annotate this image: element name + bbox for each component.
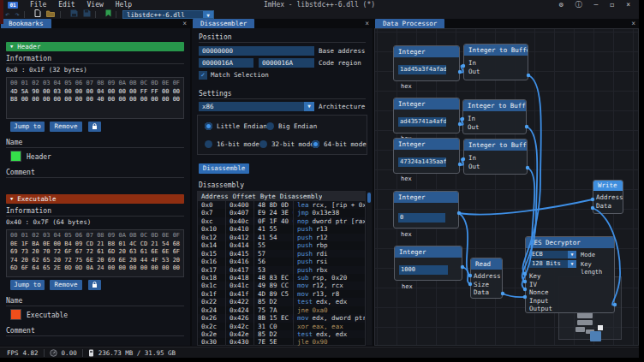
table-column-header[interactable]: Byte (257, 192, 277, 201)
node-write[interactable]: Write Address Data (593, 180, 623, 214)
table-row[interactable]: 0x2e 0x42e 85 D2 testedx, edx (198, 330, 365, 338)
integer-value-input[interactable]: 47324a1435aafe (398, 157, 446, 167)
close-icon[interactable]: × (631, 20, 635, 28)
table-row[interactable]: 0x1f 0x41f 4D 89 C5 movr13, r8 (198, 290, 365, 298)
table-row[interactable]: 0x2c 0x42c 31 C0 xoreax, eax (198, 323, 365, 330)
integer-value-input[interactable]: 1000 (399, 265, 448, 275)
tab-bookmarks[interactable]: Bookmarks (1, 19, 51, 28)
chevron-down-icon[interactable]: ▼ (203, 11, 213, 18)
jump-to-button[interactable]: Jump to (10, 280, 45, 290)
node-integer-to-buffer-2[interactable]: Integer to Buffer InOut (462, 99, 527, 134)
table-row[interactable]: 0x7 0x407 E9 24 3E 01 00 jmp0x13e38 (198, 209, 365, 217)
menu-item[interactable]: Help (110, 1, 137, 9)
integer-value-input[interactable]: 0 (398, 213, 445, 223)
port-address[interactable]: Address (596, 193, 620, 202)
undo-icon[interactable]: ↶ (5, 10, 9, 19)
bookmark-color-swatch[interactable] (10, 309, 21, 320)
open-folder-icon[interactable] (46, 10, 56, 19)
menu-item[interactable]: Edit (53, 1, 80, 9)
tab-disassembler[interactable]: Disassembler (193, 19, 254, 28)
lock-button[interactable] (88, 280, 101, 290)
node-title[interactable]: Integer to Buffer (464, 45, 528, 56)
port-data[interactable]: Data (474, 288, 499, 297)
table-row[interactable]: 0x16 0x416 56 pushrsi (198, 258, 365, 265)
port-out[interactable]: Out (468, 123, 522, 132)
bookmark-icon[interactable] (105, 9, 111, 19)
lock-button[interactable] (88, 122, 101, 132)
port-out[interactable]: Out (468, 68, 523, 76)
port-out[interactable]: Out (468, 163, 522, 171)
node-integer-5[interactable]: Integer 1000hex (394, 246, 462, 281)
maximize-icon[interactable]: ◻ (610, 1, 614, 9)
redo-icon[interactable]: ↷ (15, 10, 19, 19)
port-iv[interactable]: IV (529, 281, 611, 289)
port-input[interactable]: Input (529, 297, 611, 306)
node-read[interactable]: Read Address Size Data (470, 258, 503, 299)
hex-preview[interactable]: 00 01 02 03 04 05 06 07 08 09 0A 0B 0C 0… (6, 77, 184, 119)
node-title[interactable]: Integer (395, 246, 462, 258)
port-in[interactable]: In (468, 115, 522, 123)
chevron-down-icon[interactable]: ▼ (568, 260, 576, 268)
code-region-end-input[interactable]: 0000016A (259, 58, 314, 68)
port-address[interactable]: Address (474, 272, 499, 281)
table-column-header[interactable]: Offset (230, 192, 257, 201)
node-integer-4[interactable]: Integer 0hex (393, 191, 459, 228)
hex-preview[interactable]: 00 01 02 03 04 05 06 07 08 09 0A 0B 0C 0… (6, 229, 184, 277)
node-title[interactable]: Integer to Buffer (463, 100, 526, 111)
minimize-icon[interactable]: – (594, 1, 599, 9)
node-title[interactable]: Integer (394, 139, 459, 150)
node-integer-to-buffer-1[interactable]: Integer to Buffer InOut (463, 44, 528, 80)
node-title[interactable]: Integer to Buffer (464, 139, 527, 151)
port-output[interactable]: Output (529, 305, 611, 313)
table-scrollbar[interactable] (367, 192, 372, 345)
node-title[interactable]: Read (471, 258, 502, 270)
file-selector[interactable]: libstdc++-6.dll ▼ (122, 10, 214, 19)
base-address-input[interactable]: 00000000 (199, 46, 314, 56)
bookmark-color-swatch[interactable] (10, 151, 21, 162)
architecture-combo[interactable]: x86 ▼ (199, 102, 314, 111)
code-region-start-input[interactable]: 0000016A (199, 58, 253, 68)
bookmark-header-collapsible[interactable]: ▼Executable (6, 194, 184, 204)
aes-mode-combo[interactable]: ECB ▼ (529, 251, 576, 258)
node-title[interactable]: Integer (394, 192, 458, 203)
port-size[interactable]: Size (474, 281, 499, 289)
table-row[interactable]: 0x30 0x430 7E 5E jle0x90 (198, 338, 365, 346)
integer-value-input[interactable]: ad435741a4afde (398, 117, 446, 127)
menu-item[interactable]: View (82, 1, 109, 9)
close-icon[interactable]: × (182, 20, 187, 28)
mode-16bit-radio[interactable] (205, 140, 212, 148)
table-row[interactable]: 0x0 0x400 48 8D 0D F9 01 learcx, [rip + … (198, 201, 365, 209)
mode-64bit-radio[interactable] (312, 140, 319, 148)
node-integer-3[interactable]: Integer 47324a1435aafehex (393, 138, 460, 174)
close-icon[interactable]: × (626, 1, 630, 9)
save-icon[interactable] (70, 9, 78, 19)
port-in[interactable]: In (468, 154, 522, 163)
table-row[interactable]: 0x24 0x424 75 7A jne0xa0 (198, 306, 365, 314)
mode-32bit-radio[interactable] (259, 140, 267, 148)
node-integer-2[interactable]: Integer ad435741a4afdehex (393, 98, 460, 134)
match-selection-checkbox[interactable]: ✓ (199, 71, 207, 80)
chevron-down-icon[interactable]: ▼ (304, 102, 314, 111)
node-aes-decryptor[interactable]: AES Decryptor ECB ▼ Mode 128 Bits ▼ Key … (525, 236, 615, 313)
table-row[interactable]: 0x10 0x410 41 55 pushr13 (198, 225, 365, 233)
node-title[interactable]: Integer (394, 46, 459, 57)
big-endian-radio[interactable] (266, 122, 274, 130)
table-row[interactable]: 0xc 0x40c 0F 1F 40 00 nopdword ptr [rax] (198, 217, 365, 225)
node-integer-1[interactable]: Integer 1ad45a3f4afad4hex (393, 45, 460, 81)
tab-data-processor[interactable]: Data Processor (375, 19, 444, 28)
bookmark-header-collapsible[interactable]: ▼Header (6, 42, 184, 51)
close-icon[interactable]: × (365, 20, 369, 28)
disassemble-button[interactable]: Disassemble (199, 163, 249, 174)
remove-button[interactable]: Remove (50, 280, 82, 290)
node-title[interactable]: Write (593, 181, 623, 191)
port-nonce[interactable]: Nonce (529, 288, 611, 297)
new-file-icon[interactable] (34, 9, 41, 19)
bookmark-name[interactable]: Executable (27, 312, 68, 319)
settings-gear-icon[interactable]: ⚙ (559, 1, 564, 9)
bookmark-name[interactable]: Header (27, 153, 51, 161)
info-icon[interactable]: ⓘ (575, 0, 582, 9)
aes-keylength-combo[interactable]: 128 Bits ▼ (529, 260, 576, 268)
jump-to-button[interactable]: Jump to (10, 122, 45, 132)
table-column-header[interactable]: Disassembly (277, 192, 324, 201)
integer-value-input[interactable]: 1ad45a3f4afad4 (398, 65, 446, 74)
